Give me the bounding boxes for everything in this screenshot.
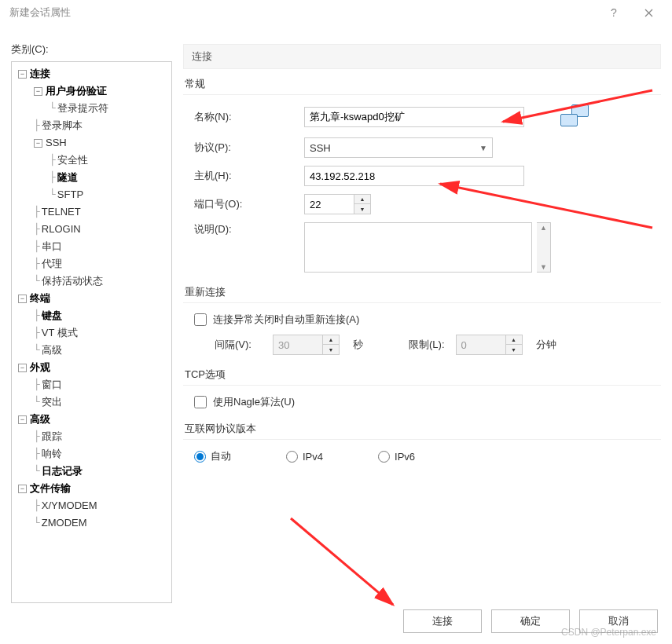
tree-item-filetransfer[interactable]: 文件传输 xyxy=(30,482,71,494)
title-bar: 新建会话属性 ? xyxy=(0,0,672,25)
tree-item-zmodem[interactable]: ZMODEM xyxy=(42,517,87,529)
tree-item-bell[interactable]: 响铃 xyxy=(42,448,62,459)
tree-item-login-prompt[interactable]: 登录提示符 xyxy=(57,102,108,114)
group-reconnect: 重新连接 连接异常关闭时自动重新连接(A) 间隔(V): ▲▼ 秒 限制(L): xyxy=(183,285,661,355)
tree-item-terminal[interactable]: 终端 xyxy=(30,292,50,304)
ok-button[interactable]: 确定 xyxy=(491,609,570,633)
close-icon xyxy=(644,9,653,17)
tree-toggle[interactable]: − xyxy=(18,364,27,372)
tree-item-xymodem[interactable]: X/YMODEM xyxy=(42,499,97,511)
tree-item-vtmode[interactable]: VT 模式 xyxy=(42,327,78,338)
protocol-label: 协议(P): xyxy=(194,141,304,155)
radio-ipv4-label: IPv4 xyxy=(303,451,323,463)
radio-ipv6-label: IPv6 xyxy=(395,451,415,463)
tree-item-login-script[interactable]: 登录脚本 xyxy=(42,119,83,131)
chevron-down-icon: ▼ xyxy=(479,144,487,152)
tree-toggle[interactable]: − xyxy=(18,295,27,303)
spinner-up-icon[interactable]: ▲ xyxy=(506,335,522,345)
category-tree[interactable]: −连接 −用户身份验证 └登录提示符 ├登录脚本 −SSH ├安全性 ├隧道 └… xyxy=(11,61,172,603)
tree-toggle[interactable]: − xyxy=(34,87,42,96)
radio-ipv4[interactable] xyxy=(286,451,298,463)
textarea-scrollbar[interactable]: ▲▼ xyxy=(537,222,551,273)
tree-item-ssh[interactable]: SSH xyxy=(46,137,67,148)
tree-item-appearance[interactable]: 外观 xyxy=(30,361,50,373)
tree-item-serial[interactable]: 串口 xyxy=(42,240,62,252)
auto-reconnect-checkbox[interactable] xyxy=(194,313,207,326)
tree-toggle[interactable]: − xyxy=(18,485,27,493)
tree-item-window[interactable]: 窗口 xyxy=(42,379,62,390)
nagle-checkbox[interactable] xyxy=(194,396,207,408)
spinner-down-icon[interactable]: ▼ xyxy=(323,345,339,354)
tree-item-rlogin[interactable]: RLOGIN xyxy=(42,223,81,235)
port-label: 端口号(O): xyxy=(194,197,304,211)
auto-reconnect-label: 连接异常关闭时自动重新连接(A) xyxy=(213,313,359,327)
protocol-value: SSH xyxy=(310,142,331,154)
dialog-footer: 连接 确定 取消 xyxy=(403,609,658,633)
limit-label: 限制(L): xyxy=(409,338,445,352)
port-spinner[interactable]: ▲▼ xyxy=(304,194,373,214)
nagle-label: 使用Nagle算法(U) xyxy=(213,395,295,409)
tree-item-keyboard[interactable]: 键盘 xyxy=(42,309,62,321)
tree-item-highlight[interactable]: 突出 xyxy=(42,396,62,408)
name-input[interactable] xyxy=(304,107,524,127)
tree-item-telnet[interactable]: TELNET xyxy=(42,206,81,218)
protocol-select[interactable]: SSH ▼ xyxy=(304,137,493,158)
group-reconnect-title: 重新连接 xyxy=(183,285,661,299)
group-tcp: TCP选项 使用Nagle算法(U) xyxy=(183,368,661,409)
panel-header: 连接 xyxy=(183,44,661,69)
spinner-down-icon[interactable]: ▼ xyxy=(354,204,370,214)
category-label: 类别(C): xyxy=(11,42,172,57)
limit-unit: 分钟 xyxy=(536,338,556,352)
desc-label: 说明(D): xyxy=(194,222,304,236)
spinner-up-icon[interactable]: ▲ xyxy=(354,195,370,204)
group-general: 常规 名称(N): 协议(P): SSH ▼ xyxy=(183,77,661,273)
interval-spinner[interactable]: ▲▼ xyxy=(273,335,342,355)
tree-item-sftp[interactable]: SFTP xyxy=(57,188,83,200)
interval-input[interactable] xyxy=(273,335,323,355)
tree-item-trace[interactable]: 跟踪 xyxy=(42,430,62,442)
help-button[interactable]: ? xyxy=(597,0,631,25)
tree-item-security[interactable]: 安全性 xyxy=(57,154,88,166)
tree-toggle[interactable]: − xyxy=(18,70,27,79)
group-general-title: 常规 xyxy=(183,77,661,91)
limit-spinner[interactable]: ▲▼ xyxy=(456,335,525,355)
desc-textarea[interactable] xyxy=(304,222,532,273)
tree-item-advanced[interactable]: 高级 xyxy=(30,413,50,425)
port-input[interactable] xyxy=(304,194,354,214)
tree-item-connection[interactable]: 连接 xyxy=(30,68,50,79)
connect-button[interactable]: 连接 xyxy=(403,609,482,633)
radio-ipv6[interactable] xyxy=(378,451,390,463)
tree-item-auth[interactable]: 用户身份验证 xyxy=(46,85,107,97)
group-tcp-title: TCP选项 xyxy=(183,368,661,382)
radio-auto[interactable] xyxy=(194,451,206,463)
spinner-down-icon[interactable]: ▼ xyxy=(506,345,522,354)
name-label: 名称(N): xyxy=(194,110,304,124)
tree-item-proxy[interactable]: 代理 xyxy=(42,258,62,269)
close-button[interactable] xyxy=(631,0,666,25)
window-title: 新建会话属性 xyxy=(6,5,597,20)
host-input[interactable] xyxy=(304,166,524,186)
tree-toggle[interactable]: − xyxy=(34,139,42,148)
group-ip-title: 互联网协议版本 xyxy=(183,422,661,436)
radio-auto-label: 自动 xyxy=(211,449,231,463)
tree-item-logging[interactable]: 日志记录 xyxy=(42,465,83,477)
tree-item-tunnel[interactable]: 隧道 xyxy=(57,171,78,183)
tree-item-keepalive[interactable]: 保持活动状态 xyxy=(42,275,103,287)
group-ip: 互联网协议版本 自动 IPv4 IPv6 xyxy=(183,422,661,463)
spinner-up-icon[interactable]: ▲ xyxy=(323,335,339,345)
tree-item-advanced1[interactable]: 高级 xyxy=(42,344,62,356)
cancel-button[interactable]: 取消 xyxy=(579,609,658,633)
interval-unit: 秒 xyxy=(353,338,363,352)
computers-icon xyxy=(560,104,593,130)
tree-toggle[interactable]: − xyxy=(18,415,27,424)
limit-input[interactable] xyxy=(456,335,506,355)
host-label: 主机(H): xyxy=(194,169,304,183)
interval-label: 间隔(V): xyxy=(215,338,262,352)
